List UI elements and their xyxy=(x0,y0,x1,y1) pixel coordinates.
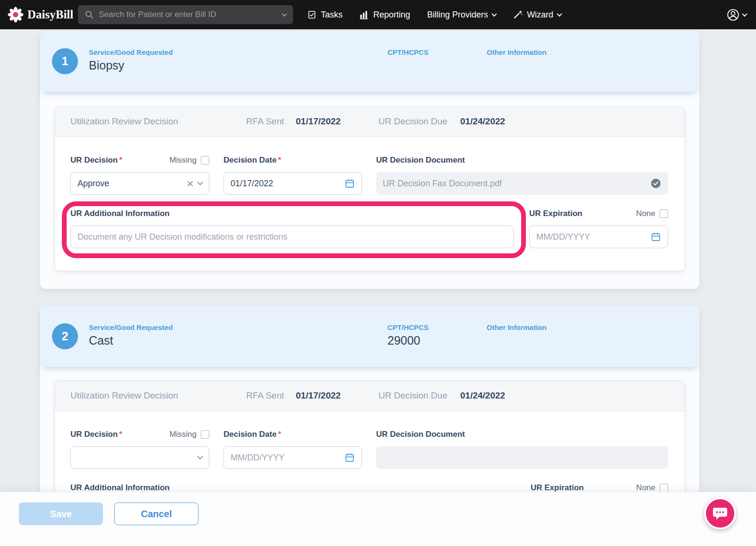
top-nav: DaisyBill Tasks xyxy=(0,0,756,29)
rfa-sent-label: RFA Sent xyxy=(246,381,284,410)
decision-date-field xyxy=(223,446,362,469)
ur-additional-information-field xyxy=(70,225,514,248)
calendar-icon[interactable] xyxy=(344,452,355,463)
search-input[interactable] xyxy=(99,10,278,19)
nav-item-label: Reporting xyxy=(373,10,410,20)
calendar-icon[interactable] xyxy=(344,178,355,189)
section-header: 2 Service/Good Requested Cast CPT/HCPCS … xyxy=(40,306,699,367)
none-option: None xyxy=(636,209,668,218)
ur-decision-label: UR Decision* xyxy=(70,156,122,165)
nav-item-label: Wizard xyxy=(527,10,553,20)
none-checkbox[interactable] xyxy=(660,484,668,492)
decision-date-input[interactable] xyxy=(231,453,340,463)
ur-decision-document-label: UR Decision Document xyxy=(376,156,465,165)
cpt-hcpcs-value: 29000 xyxy=(387,334,421,347)
ur-decision-due-value: 01/24/2022 xyxy=(460,381,505,410)
nav-item-wizard[interactable]: Wizard xyxy=(513,10,561,20)
search-dropdown-chevron-icon[interactable] xyxy=(282,11,287,17)
section-header: 1 Service/Good Requested Biopsy CPT/HCPC… xyxy=(40,31,699,92)
missing-checkbox[interactable] xyxy=(201,430,209,439)
save-button[interactable]: Save xyxy=(19,503,103,525)
ur-decision-due-label: UR Decision Due xyxy=(378,381,447,410)
account-menu[interactable] xyxy=(727,9,747,21)
required-marker: * xyxy=(119,430,122,439)
ur-decision-select[interactable] xyxy=(70,446,209,469)
ur-card-header: Utilization Review Decision RFA Sent 01/… xyxy=(55,107,685,137)
ur-card-body: UR Decision* Missing Approve xyxy=(55,137,685,248)
cpt-hcpcs-label: CPT/HCPCS xyxy=(387,323,429,331)
ur-card-title: Utilization Review Decision xyxy=(70,107,178,136)
cancel-button[interactable]: Cancel xyxy=(114,503,198,525)
required-marker: * xyxy=(278,430,281,439)
ur-additional-information-input[interactable] xyxy=(77,232,507,242)
clear-x-icon[interactable] xyxy=(187,181,193,187)
ur-additional-information-label: UR Additional Information xyxy=(70,483,170,493)
other-information-label: Other Information xyxy=(487,48,547,56)
ur-decision-document-field[interactable] xyxy=(376,446,668,469)
brand-name: DaisyBill xyxy=(27,8,73,21)
action-bar: Save Cancel xyxy=(0,492,756,546)
ur-decision-due-label: UR Decision Due xyxy=(378,107,447,136)
service-requested-value: Cast xyxy=(89,334,113,347)
section-number-badge: 1 xyxy=(52,48,78,74)
select-chevron-icon[interactable] xyxy=(197,179,203,185)
ur-expiration-label: UR Expiration xyxy=(529,209,582,218)
tasks-icon xyxy=(307,10,317,19)
decision-date-field xyxy=(223,172,362,195)
daisy-logo-icon xyxy=(8,7,24,23)
rfa-sent-label: RFA Sent xyxy=(246,107,284,136)
required-marker: * xyxy=(119,156,122,165)
service-section-1: 1 Service/Good Requested Biopsy CPT/HCPC… xyxy=(40,31,699,289)
utilization-review-card: Utilization Review Decision RFA Sent 01/… xyxy=(54,106,685,271)
chevron-down-icon xyxy=(557,11,562,17)
required-marker: * xyxy=(278,156,281,165)
service-requested-label: Service/Good Requested xyxy=(89,323,173,331)
account-icon xyxy=(727,9,739,21)
brand-logo[interactable]: DaisyBill xyxy=(8,7,77,23)
ur-expiration-label: UR Expiration xyxy=(531,483,584,493)
missing-option: Missing xyxy=(169,430,209,439)
nav-item-reporting[interactable]: Reporting xyxy=(360,10,410,20)
ur-decision-document-label: UR Decision Document xyxy=(376,430,465,439)
ur-expiration-field xyxy=(529,225,668,248)
ur-decision-select[interactable]: Approve xyxy=(70,172,209,195)
search-icon xyxy=(85,10,94,19)
ur-decision-label: UR Decision* xyxy=(70,430,122,439)
decision-date-input[interactable] xyxy=(231,179,340,189)
rfa-sent-value: 01/17/2022 xyxy=(296,107,341,136)
section-number-badge: 2 xyxy=(52,323,78,349)
missing-checkbox[interactable] xyxy=(201,156,209,165)
nav-item-label: Tasks xyxy=(321,10,343,20)
ur-decision-due-value: 01/24/2022 xyxy=(460,107,505,136)
other-information-label: Other Information xyxy=(487,323,547,331)
check-circle-icon xyxy=(650,178,662,189)
missing-option: Missing xyxy=(169,156,209,165)
rfa-sent-value: 01/17/2022 xyxy=(296,381,341,410)
calendar-icon[interactable] xyxy=(651,232,661,242)
global-search xyxy=(78,5,293,24)
decision-date-label: Decision Date* xyxy=(223,430,281,439)
ur-decision-document-field[interactable]: UR Decision Fax Document.pdf xyxy=(376,172,668,195)
chevron-down-icon xyxy=(491,11,497,17)
ur-decision-document-value: UR Decision Fax Document.pdf xyxy=(383,179,645,189)
select-chevron-icon[interactable] xyxy=(197,453,203,459)
ur-card-title: Utilization Review Decision xyxy=(70,381,178,410)
nav-item-label: Billing Providers xyxy=(427,10,488,20)
ur-expiration-input[interactable] xyxy=(536,232,646,242)
cpt-hcpcs-label: CPT/HCPCS xyxy=(387,48,429,56)
service-requested-value: Biopsy xyxy=(89,59,124,72)
nav-menu: Tasks Reporting Billing Providers xyxy=(307,10,561,20)
decision-date-label: Decision Date* xyxy=(223,156,281,165)
chevron-down-icon xyxy=(742,11,747,17)
chat-bubble-icon xyxy=(712,505,729,521)
nav-item-tasks[interactable]: Tasks xyxy=(307,10,343,20)
none-option: None xyxy=(636,483,668,493)
service-requested-label: Service/Good Requested xyxy=(89,48,173,56)
nav-item-billing-providers[interactable]: Billing Providers xyxy=(427,10,496,20)
wizard-wand-icon xyxy=(513,10,523,19)
reporting-icon xyxy=(360,10,369,19)
ur-additional-information-label: UR Additional Information xyxy=(70,209,170,218)
ur-decision-selected-value: Approve xyxy=(77,179,182,189)
chat-launcher-button[interactable] xyxy=(704,497,736,529)
none-checkbox[interactable] xyxy=(660,209,668,218)
